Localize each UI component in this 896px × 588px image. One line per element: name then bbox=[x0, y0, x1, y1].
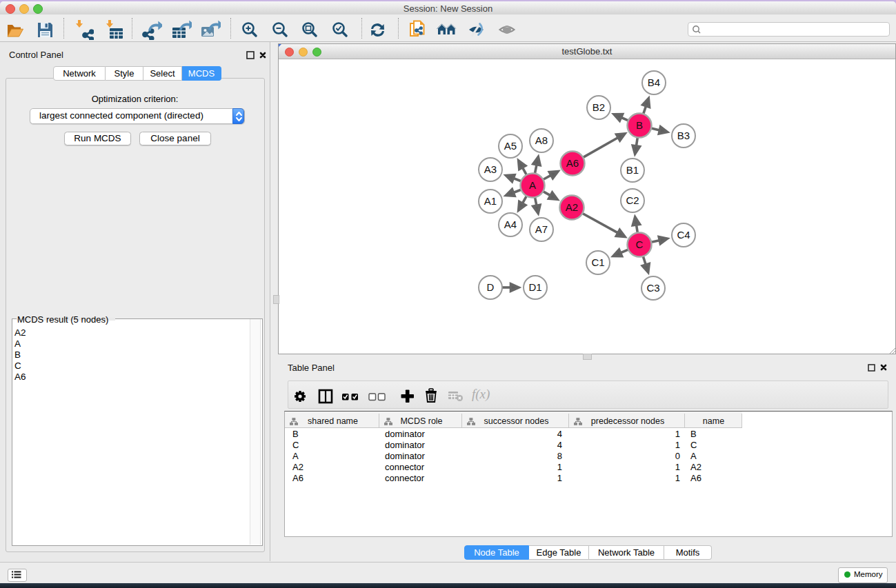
svg-text:B: B bbox=[636, 119, 643, 131]
svg-text:A7: A7 bbox=[535, 223, 548, 235]
svg-text:B2: B2 bbox=[593, 101, 605, 113]
svg-text:A3: A3 bbox=[484, 163, 497, 175]
svg-text:B4: B4 bbox=[648, 77, 660, 88]
svg-text:C: C bbox=[636, 239, 644, 250]
svg-text:B1: B1 bbox=[626, 164, 639, 176]
svg-text:A6: A6 bbox=[566, 157, 579, 169]
svg-text:A5: A5 bbox=[504, 140, 517, 152]
svg-text:A8: A8 bbox=[535, 134, 548, 146]
svg-text:B3: B3 bbox=[677, 130, 690, 141]
svg-text:A1: A1 bbox=[484, 195, 497, 207]
svg-text:C4: C4 bbox=[677, 229, 690, 241]
svg-text:C3: C3 bbox=[646, 282, 659, 294]
svg-text:D: D bbox=[487, 281, 495, 293]
svg-text:C2: C2 bbox=[626, 194, 639, 206]
svg-text:A: A bbox=[529, 179, 536, 191]
svg-text:A4: A4 bbox=[504, 219, 517, 230]
svg-text:D1: D1 bbox=[528, 281, 541, 293]
svg-text:C1: C1 bbox=[591, 256, 604, 268]
svg-text:A2: A2 bbox=[566, 201, 578, 213]
